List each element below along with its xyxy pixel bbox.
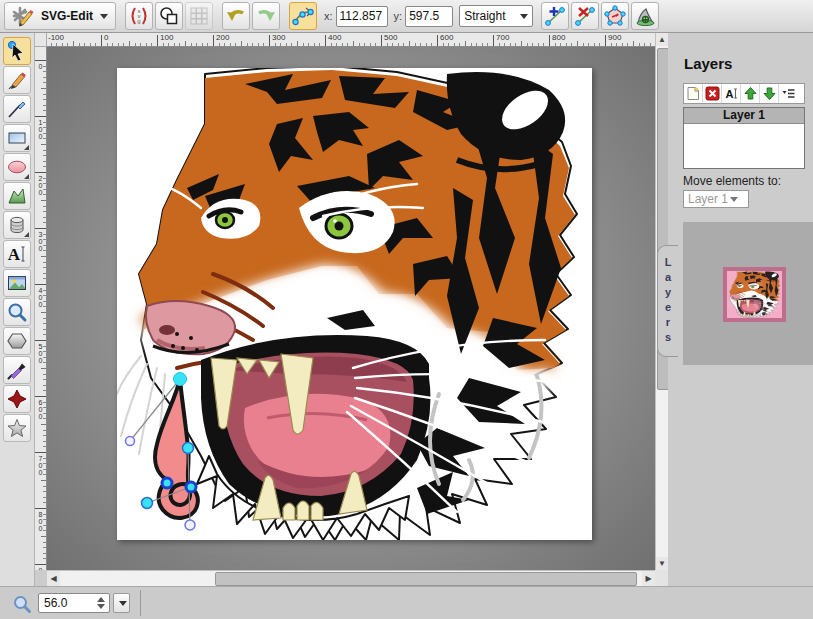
chevron-down-icon: [100, 14, 108, 19]
pencil-icon: [6, 69, 28, 91]
rt-min: [616, 43, 617, 46]
layer-list[interactable]: Layer 1: [683, 107, 805, 169]
rt-min: [168, 43, 169, 46]
tool-image[interactable]: [3, 269, 31, 297]
main-menu-button[interactable]: SVG-Edit: [4, 2, 116, 30]
move-elements-select[interactable]: Layer 1: [683, 190, 749, 208]
drawing-canvas[interactable]: [117, 68, 592, 540]
rl-min: [43, 155, 46, 156]
rt-min: [196, 43, 197, 46]
rectangle-icon: [6, 127, 28, 149]
scroll-right-arrow[interactable]: ▶: [642, 571, 655, 586]
segment-type-select[interactable]: Straight: [459, 5, 533, 27]
node-edit-icon: [292, 5, 314, 27]
rt-min: [247, 43, 248, 46]
rt-min: [644, 43, 645, 46]
redo-button[interactable]: [252, 2, 280, 30]
rt-min: [280, 43, 281, 46]
rl-min: [43, 514, 46, 515]
editor-preferences-button[interactable]: [185, 2, 213, 30]
layers-side-tab[interactable]: Layers: [657, 245, 678, 357]
tool-zoom[interactable]: [3, 298, 31, 326]
rl-min: [43, 110, 46, 111]
tool-text[interactable]: A: [3, 240, 31, 268]
rl-major: [35, 564, 46, 565]
rename-layer-button[interactable]: A: [722, 84, 741, 103]
undo-button[interactable]: [222, 2, 250, 30]
move-layer-up-button[interactable]: [741, 84, 760, 103]
y-coordinate-input[interactable]: [405, 6, 453, 27]
document-properties-button[interactable]: [155, 2, 183, 30]
rl-major: [35, 60, 46, 61]
rt-min: [202, 43, 203, 46]
rl-min: [43, 217, 46, 218]
rl-major: [35, 452, 46, 453]
delete-layer-button[interactable]: [703, 84, 722, 103]
scroll-left-arrow[interactable]: ◀: [47, 571, 60, 586]
open-close-path-button[interactable]: [601, 2, 629, 30]
tool-eyedropper[interactable]: [3, 356, 31, 384]
rl-min: [43, 390, 46, 391]
tool-path[interactable]: [3, 182, 31, 210]
rt-min: [146, 43, 147, 46]
tool-rectangle[interactable]: [3, 124, 31, 152]
canvas-thumbnail[interactable]: [727, 271, 782, 318]
move-layer-down-button[interactable]: [760, 84, 779, 103]
new-layer-button[interactable]: [684, 84, 703, 103]
horizontal-scrollbar[interactable]: ◀ ▶: [47, 570, 655, 586]
scroll-up-arrow[interactable]: ▲: [656, 33, 668, 46]
add-node-button[interactable]: [541, 2, 569, 30]
zoom-spinner[interactable]: [95, 595, 107, 611]
rt-min: [84, 43, 85, 46]
zoom-magnifier-icon: [12, 594, 32, 614]
convert-to-path-button[interactable]: [631, 2, 659, 30]
rl-min: [43, 77, 46, 78]
rl-min: [43, 407, 46, 408]
magnifier-icon: [6, 301, 28, 323]
tool-select[interactable]: [3, 37, 31, 65]
tool-shape-library[interactable]: [3, 211, 31, 239]
rt-min: [594, 43, 595, 46]
tool-line[interactable]: [3, 95, 31, 123]
rt-min: [314, 43, 315, 46]
image-tool-icon: [6, 272, 28, 294]
rt-label: 300: [272, 33, 285, 42]
cylinder-icon: [6, 214, 28, 236]
zoom-preset-dropdown[interactable]: [113, 593, 130, 613]
text-tool-icon: A: [6, 243, 28, 265]
rl-mid: [41, 312, 46, 313]
x-coordinate-input[interactable]: [336, 6, 388, 27]
rt-min: [342, 43, 343, 46]
rl-min: [43, 558, 46, 559]
canvas-thumbnail-frame[interactable]: [723, 267, 786, 322]
rt-min: [543, 43, 544, 46]
zoom-level-input[interactable]: 56.0: [38, 593, 110, 613]
edit-source-button[interactable]: s v g: [125, 2, 153, 30]
tool-pencil[interactable]: [3, 66, 31, 94]
layer-row-selected[interactable]: Layer 1: [684, 108, 804, 124]
workspace[interactable]: [47, 47, 655, 570]
rt-label: 200: [216, 33, 229, 42]
rt-min: [566, 43, 567, 46]
rt-label: 100: [160, 33, 173, 42]
rl-min: [43, 211, 46, 212]
scroll-down-arrow[interactable]: ▼: [656, 557, 668, 570]
rt-label: 500: [384, 33, 397, 42]
edit-path-tool-button[interactable]: [289, 2, 317, 30]
rl-min: [43, 250, 46, 251]
tool-star[interactable]: [3, 414, 31, 442]
tool-ellipse[interactable]: [3, 153, 31, 181]
tool-shape-cross[interactable]: [3, 385, 31, 413]
rt-mid: [633, 41, 634, 46]
rt-mid: [353, 41, 354, 46]
layer-buttons-bar: A: [683, 83, 805, 104]
rt-min: [140, 43, 141, 46]
layer-menu-button[interactable]: [779, 84, 798, 103]
rl-min: [43, 99, 46, 100]
rt-min: [426, 43, 427, 46]
rt-label: 0: [104, 33, 108, 42]
rt-min: [370, 43, 371, 46]
delete-node-button[interactable]: [571, 2, 599, 30]
tool-polygon[interactable]: [3, 327, 31, 355]
horizontal-scroll-thumb[interactable]: [215, 572, 637, 586]
